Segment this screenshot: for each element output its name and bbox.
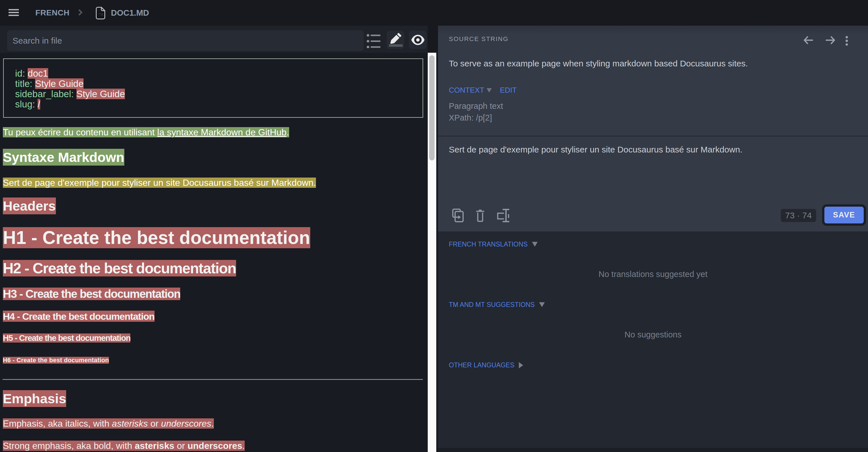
svg-text:M↓: M↓: [98, 13, 103, 17]
